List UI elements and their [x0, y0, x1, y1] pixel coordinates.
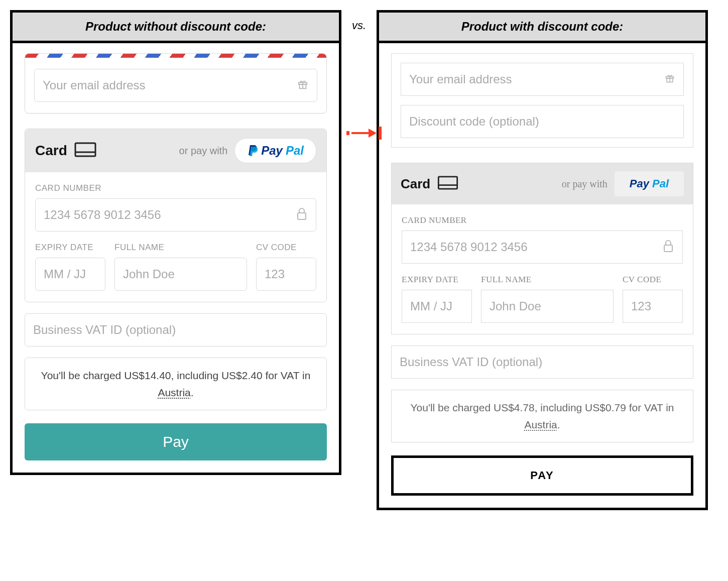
- paypal-text-light: Pal: [286, 144, 304, 158]
- svg-rect-12: [346, 131, 349, 135]
- credit-card-icon: [437, 176, 458, 192]
- gift-icon[interactable]: [297, 79, 308, 92]
- card-panel-header: Card or pay with PayPal: [25, 129, 326, 172]
- card-panel-header: Card or pay with PayPal: [392, 163, 693, 204]
- vs-label: vs.: [341, 10, 377, 32]
- card-panel: Card or pay with PayPal CARD NUMBER: [391, 163, 693, 334]
- svg-rect-5: [298, 213, 306, 219]
- email-input[interactable]: [401, 63, 684, 96]
- paypal-logo-icon: [247, 144, 258, 157]
- svg-marker-14: [369, 129, 377, 138]
- charge-country[interactable]: Austria: [158, 387, 190, 398]
- paypal-text-light: Pal: [652, 177, 669, 190]
- comparison-wrapper: Product without discount code: Card: [10, 10, 718, 510]
- cv-label: CV CODE: [256, 243, 316, 253]
- arrow-indicator: [346, 126, 383, 141]
- vat-input[interactable]: [25, 313, 327, 346]
- expiry-input[interactable]: [35, 258, 105, 291]
- gift-icon[interactable]: [665, 73, 675, 85]
- panel-header-left: Product without discount code:: [13, 13, 339, 43]
- discount-code-input[interactable]: [401, 105, 684, 138]
- svg-rect-9: [439, 177, 457, 189]
- expiry-input[interactable]: [402, 290, 472, 323]
- fullname-input[interactable]: [114, 258, 247, 291]
- svg-rect-11: [664, 245, 672, 252]
- lock-icon: [663, 240, 674, 255]
- email-card: [25, 53, 327, 113]
- airmail-stripe: [25, 54, 326, 58]
- pay-button[interactable]: Pay: [25, 423, 327, 460]
- cv-input[interactable]: [256, 258, 316, 291]
- pay-button[interactable]: PAY: [391, 455, 693, 496]
- panel-without-discount: Product without discount code: Card: [10, 10, 341, 475]
- card-panel: Card or pay with PayPal CARD NUMBER: [25, 129, 327, 302]
- panel-header-right: Product with discount code:: [379, 13, 705, 43]
- card-number-input[interactable]: [35, 198, 316, 231]
- charge-suffix: .: [557, 419, 560, 430]
- charge-text: You'll be charged US$4.78, including US$…: [410, 402, 674, 413]
- charge-summary: You'll be charged US$4.78, including US$…: [391, 390, 693, 442]
- charge-text: You'll be charged US$14.40, including US…: [41, 370, 311, 381]
- expiry-label: EXPIRY DATE: [35, 243, 105, 253]
- card-number-input[interactable]: [402, 230, 683, 264]
- fullname-label: FULL NAME: [114, 243, 247, 253]
- paypal-button[interactable]: PayPal: [615, 171, 684, 196]
- charge-country[interactable]: Austria: [524, 419, 557, 430]
- card-title: Card: [35, 143, 67, 159]
- vat-input[interactable]: [391, 345, 693, 379]
- cv-input[interactable]: [623, 290, 683, 323]
- expiry-label: EXPIRY DATE: [402, 275, 472, 285]
- paypal-text-dark: Pay: [261, 144, 283, 158]
- card-number-label: CARD NUMBER: [35, 183, 316, 193]
- svg-rect-15: [379, 127, 382, 140]
- fullname-label: FULL NAME: [481, 275, 614, 285]
- lock-icon: [296, 207, 307, 222]
- cv-label: CV CODE: [623, 275, 683, 285]
- charge-summary: You'll be charged US$14.40, including US…: [25, 358, 327, 410]
- email-discount-card: [391, 53, 693, 148]
- card-number-label: CARD NUMBER: [402, 215, 683, 225]
- or-pay-with-label: or pay with: [562, 178, 608, 190]
- paypal-text-dark: Pay: [630, 177, 649, 190]
- paypal-button[interactable]: PayPal: [234, 138, 316, 163]
- panel-with-discount: Product with discount code: Card: [377, 10, 708, 510]
- or-pay-with-label: or pay with: [179, 145, 228, 157]
- svg-rect-3: [75, 143, 95, 156]
- charge-suffix: .: [191, 387, 194, 398]
- email-input[interactable]: [34, 69, 317, 102]
- fullname-input[interactable]: [481, 290, 614, 323]
- credit-card-icon: [74, 142, 96, 159]
- card-title: Card: [401, 176, 430, 192]
